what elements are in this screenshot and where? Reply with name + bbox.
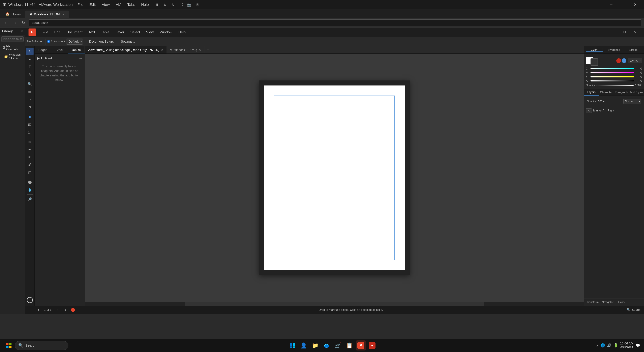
library-item-win11[interactable]: 📁 Windows 11 x64 (0, 52, 25, 61)
color-circle[interactable] (27, 297, 33, 303)
transform-tab[interactable]: Transform (585, 300, 600, 304)
picture-tool[interactable]: 🖼 (26, 121, 34, 128)
new-tab-button[interactable]: + (69, 10, 77, 18)
auto-select-mode[interactable]: Default (66, 38, 83, 44)
app-menu-edit[interactable]: Edit (52, 29, 63, 35)
books-section-header[interactable]: ▶ Untitled ⋯ (36, 55, 83, 61)
browser-tab-vm[interactable]: 🖥 Windows 11 x64 ✕ (25, 10, 69, 18)
library-close-icon[interactable]: ✕ (20, 29, 23, 33)
app-menu-layer[interactable]: Layer (113, 29, 127, 35)
tab-pages[interactable]: Pages (34, 46, 51, 53)
color-preset-red[interactable] (616, 58, 621, 63)
tab-close-icon[interactable]: ✕ (62, 12, 65, 16)
app-menu-help[interactable]: Help (176, 29, 188, 35)
taskbar-app-folder[interactable]: 📁 (310, 341, 320, 351)
library-search-input[interactable] (1, 36, 24, 42)
network-icon[interactable]: 🌐 (600, 343, 605, 348)
frame-tool[interactable]: ⬚ (26, 128, 34, 136)
rotate-tool[interactable]: ↻ (26, 103, 34, 111)
select-tool[interactable]: ↖ (26, 48, 34, 55)
text-tool[interactable]: T (26, 63, 34, 70)
pencil-tool[interactable]: ✏ (26, 153, 34, 161)
menu-vm[interactable]: VM (114, 2, 122, 7)
tab-paragraph[interactable]: Paragraph (614, 89, 629, 95)
app-menu-text[interactable]: Text (86, 29, 98, 35)
battery-icon[interactable]: 🔋 (614, 343, 618, 348)
books-more-icon[interactable]: ⋯ (79, 56, 82, 60)
tab-swatches[interactable]: Swatches (606, 48, 622, 52)
app-menu-document[interactable]: Document (64, 29, 85, 35)
erase-tool[interactable]: ◫ (26, 169, 34, 176)
cmyk-c-bar[interactable] (590, 68, 634, 69)
last-page-button[interactable]: ⟫ (63, 308, 68, 312)
minimize-button[interactable]: ─ (605, 0, 617, 9)
taskbar-app-store[interactable]: 🛒 (333, 341, 343, 351)
fill-tool[interactable]: ⬤ (26, 178, 34, 186)
pause-icon[interactable]: ⏸ (154, 2, 160, 8)
history-tab[interactable]: History (616, 300, 626, 304)
pen-tool[interactable]: ✒ (26, 146, 34, 153)
rectangle-tool[interactable]: ▭ (26, 88, 34, 95)
app-close-button[interactable]: ✕ (630, 29, 641, 35)
doc-tab-1-close[interactable]: ✕ (161, 48, 163, 51)
eyedropper-tool[interactable]: 💧 (26, 186, 34, 193)
tab-books[interactable]: Books (68, 46, 85, 53)
forward-button[interactable]: → (12, 19, 18, 26)
tab-layers[interactable]: Layers (584, 89, 599, 95)
app-menu-select[interactable]: Select (128, 29, 143, 35)
horizontal-scrollbar[interactable] (85, 302, 584, 306)
navigator-tab[interactable]: Navigator (600, 300, 615, 304)
refresh-nav-button[interactable]: ↻ (20, 19, 27, 26)
ellipse-tool[interactable]: ○ (26, 96, 34, 103)
taskbar-search[interactable]: 🔍 Search (15, 341, 68, 350)
notification-icon[interactable]: 💬 (636, 343, 640, 348)
menu-file[interactable]: File (76, 2, 85, 7)
brush-tool[interactable]: 🖌 (26, 161, 34, 168)
doc-tab-1[interactable]: Adventure_Calling.afpackage [Read Only] … (85, 46, 167, 54)
snapshot-icon[interactable]: 📷 (186, 2, 192, 8)
zoom-tool[interactable]: 🔍 (26, 80, 34, 88)
stroke-color-swatch[interactable] (590, 58, 598, 66)
vm-icon[interactable]: 🖥 (194, 2, 200, 8)
artistic-text-tool[interactable]: A (26, 71, 34, 78)
next-page-button[interactable]: ⟩ (55, 308, 60, 312)
menu-help[interactable]: Help (140, 2, 150, 7)
tab-stroke[interactable]: Stroke (625, 48, 642, 52)
first-page-button[interactable]: ⟪ (36, 308, 40, 312)
close-button[interactable]: ✕ (629, 0, 641, 9)
tab-color[interactable]: Color (586, 48, 603, 52)
tab-text-styles[interactable]: Text Styles (629, 89, 644, 95)
blend-mode-select[interactable]: Normal (623, 99, 641, 104)
cmyk-y-bar[interactable] (590, 76, 634, 77)
back-button[interactable]: ← (3, 19, 10, 26)
taskbar-app-red[interactable]: ● (367, 341, 377, 351)
table-tool[interactable]: ⊞ (26, 138, 34, 145)
cmyk-k-bar[interactable] (590, 80, 634, 81)
app-menu-file[interactable]: File (40, 29, 51, 35)
cmyk-m-bar[interactable] (590, 72, 634, 73)
browser-tab-home[interactable]: 🏠 Home (1, 10, 25, 18)
add-tab-button[interactable]: + (204, 46, 212, 54)
taskbar-clock[interactable]: 10:06 AM 6/25/2024 (620, 342, 634, 349)
node-tool[interactable]: ⬥ (26, 55, 34, 63)
app-menu-window[interactable]: Window (157, 29, 175, 35)
magnify-tool[interactable]: 🔎 (26, 196, 34, 203)
color-mode-select[interactable]: CMYK (628, 58, 642, 63)
doc-tab-2-close[interactable]: ✕ (199, 48, 201, 51)
app-menu-view[interactable]: View (144, 29, 156, 35)
color-preset-blue[interactable] (622, 58, 626, 63)
start-button[interactable] (4, 341, 14, 350)
taskbar-app-files[interactable] (287, 341, 297, 351)
taskbar-app-mail[interactable]: 📋 (344, 341, 354, 351)
opacity-bar[interactable] (596, 85, 634, 86)
taskbar-app-person[interactable]: 👤 (299, 341, 309, 351)
app-maximize-button[interactable]: □ (619, 29, 630, 35)
prev-page-button[interactable]: ⟨ (28, 308, 32, 312)
taskbar-app-edge[interactable] (322, 341, 332, 351)
menu-tabs[interactable]: Tabs (126, 2, 136, 7)
menu-view[interactable]: View (100, 2, 111, 7)
app-menu-table[interactable]: Table (98, 29, 112, 35)
canvas-area[interactable] (85, 54, 584, 302)
tab-character[interactable]: Character (599, 89, 614, 95)
doc-tab-2[interactable]: *Untitled* (110.7%) ✕ (167, 46, 204, 54)
